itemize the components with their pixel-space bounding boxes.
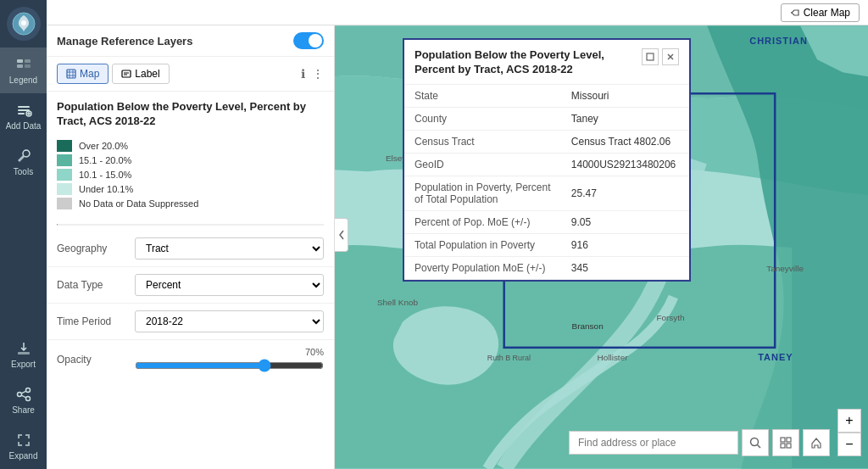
map-area[interactable]: CHRISTIAN Elsey Shell Knob Branson Holli…: [335, 25, 868, 469]
legend-item-4: No Data or Data Suppressed: [57, 198, 324, 209]
search-button[interactable]: [742, 429, 769, 456]
panel-collapse-button[interactable]: [335, 218, 348, 252]
tab-label[interactable]: Label: [112, 64, 169, 84]
svg-text:Ruth B Rural: Ruth B Rural: [487, 354, 531, 362]
svg-rect-41: [781, 438, 785, 442]
home-button[interactable]: [803, 429, 830, 456]
popup-value-county: Taney: [561, 107, 689, 130]
sidebar-item-add-data[interactable]: Add Data: [0, 93, 47, 139]
popup-close-button[interactable]: [662, 48, 679, 65]
sidebar-item-share[interactable]: Share: [0, 377, 47, 423]
expand-icon: [646, 53, 654, 61]
popup-value-pop-poverty: 25.47: [561, 176, 689, 210]
svg-line-17: [21, 391, 26, 394]
search-icon: [749, 437, 761, 449]
zoom-out-label: −: [845, 438, 853, 451]
opacity-control: Opacity 70%: [47, 340, 334, 379]
popup-row-county: County Taney: [404, 107, 689, 130]
tab-map-label: Map: [80, 68, 99, 80]
popup-table: State Missouri County Taney Census Tract…: [404, 85, 689, 280]
sidebar-item-expand-label: Expand: [9, 451, 38, 461]
sidebar-item-expand[interactable]: Expand: [0, 423, 47, 469]
close-icon: [666, 53, 675, 61]
sidebar-item-tools[interactable]: Tools: [0, 139, 47, 185]
data-type-select[interactable]: Percent: [135, 274, 324, 296]
popup-row-state: State Missouri: [404, 85, 689, 108]
legend-label-4: No Data or Data Suppressed: [79, 198, 198, 209]
popup-row-pop-poverty: Population in Poverty, Percent of Total …: [404, 176, 689, 210]
legend-label-2: 10.1 - 15.0%: [79, 170, 131, 180]
search-input[interactable]: [569, 431, 738, 455]
popup-label-pop-poverty: Population in Poverty, Percent of Total …: [404, 176, 561, 210]
svg-rect-13: [18, 352, 30, 355]
popup-expand-button[interactable]: [642, 48, 659, 65]
tab-map[interactable]: Map: [57, 64, 108, 84]
clear-map-button[interactable]: Clear Map: [781, 3, 860, 22]
svg-text:Forsyth: Forsyth: [656, 313, 684, 322]
popup-value-poverty-moe: 345: [561, 256, 689, 279]
legend-divider: [57, 224, 324, 226]
app-logo: [7, 7, 41, 41]
legend-color-0: [57, 140, 72, 152]
time-period-select[interactable]: 2018-22: [135, 310, 324, 332]
info-icon[interactable]: ℹ: [301, 67, 305, 81]
legend-color-1: [57, 154, 72, 166]
opacity-slider-container: 70%: [135, 347, 324, 372]
svg-rect-5: [25, 64, 31, 68]
panel-toggle-switch[interactable]: [293, 32, 324, 49]
popup-header: Population Below the Poverty Level, Perc…: [404, 40, 689, 85]
legend-label-1: 15.1 - 20.0%: [79, 155, 131, 165]
legend-label-0: Over 20.0%: [79, 141, 128, 151]
legend-item-0: Over 20.0%: [57, 140, 324, 152]
panel-tabs: Map Label ℹ ⋮: [47, 57, 334, 92]
svg-point-39: [751, 438, 759, 446]
clear-map-label: Clear Map: [804, 7, 850, 19]
sidebar-item-share-label: Share: [12, 405, 35, 415]
svg-text:TANEY: TANEY: [758, 352, 793, 362]
map-tab-icon: [66, 69, 76, 79]
clear-map-icon: [790, 8, 800, 18]
sidebar-bottom: Export Share Expand: [0, 332, 47, 469]
panel-icons: ℹ ⋮: [301, 67, 324, 81]
zoom-controls: + −: [837, 409, 861, 456]
grid-view-button[interactable]: [772, 429, 799, 456]
svg-rect-6: [18, 106, 30, 108]
geography-select[interactable]: Tract: [135, 237, 324, 260]
svg-point-1: [21, 20, 26, 25]
legend-color-2: [57, 169, 72, 181]
opacity-value: 70%: [135, 347, 324, 357]
opacity-slider[interactable]: [135, 359, 324, 372]
legend-label-3: Under 10.1%: [79, 184, 133, 194]
tab-group: Map Label: [57, 64, 170, 84]
popup-value-geoid: 14000US29213480206: [561, 153, 689, 176]
svg-line-40: [758, 445, 761, 449]
svg-text:CHRISTIAN: CHRISTIAN: [749, 36, 808, 46]
panel-header: Manage Reference Layers: [47, 25, 334, 57]
zoom-out-button[interactable]: −: [837, 433, 861, 456]
sidebar-item-legend[interactable]: Legend: [0, 47, 47, 93]
sidebar-item-export-label: Export: [11, 360, 36, 369]
legend-color-4: [57, 198, 72, 209]
legend-title: Population Below the Poverty Level, Perc…: [47, 92, 334, 134]
sidebar-item-export[interactable]: Export: [0, 332, 47, 377]
popup-actions: [642, 48, 679, 65]
search-bar: [569, 429, 830, 456]
svg-rect-4: [17, 64, 23, 68]
svg-rect-43: [781, 444, 785, 448]
panel-header-title: Manage Reference Layers: [57, 35, 192, 47]
popup-value-moe: 9.05: [561, 210, 689, 233]
svg-rect-21: [122, 70, 131, 77]
info-popup: Population Below the Poverty Level, Perc…: [403, 38, 691, 282]
svg-rect-3: [25, 59, 31, 63]
popup-row-total-pop: Total Population in Poverty 916: [404, 233, 689, 256]
svg-text:Branson: Branson: [572, 321, 604, 331]
sidebar-item-legend-label: Legend: [9, 75, 37, 85]
popup-row-census-tract: Census Tract Census Tract 4802.06: [404, 130, 689, 153]
popup-label-moe: Percent of Pop. MoE (+/-): [404, 210, 561, 233]
svg-text:Hollister: Hollister: [598, 353, 629, 362]
legend-color-3: [57, 183, 72, 195]
more-icon[interactable]: ⋮: [312, 67, 324, 81]
geography-label: Geography: [57, 243, 125, 254]
popup-value-census-tract: Census Tract 4802.06: [561, 130, 689, 153]
zoom-in-button[interactable]: +: [837, 409, 861, 433]
